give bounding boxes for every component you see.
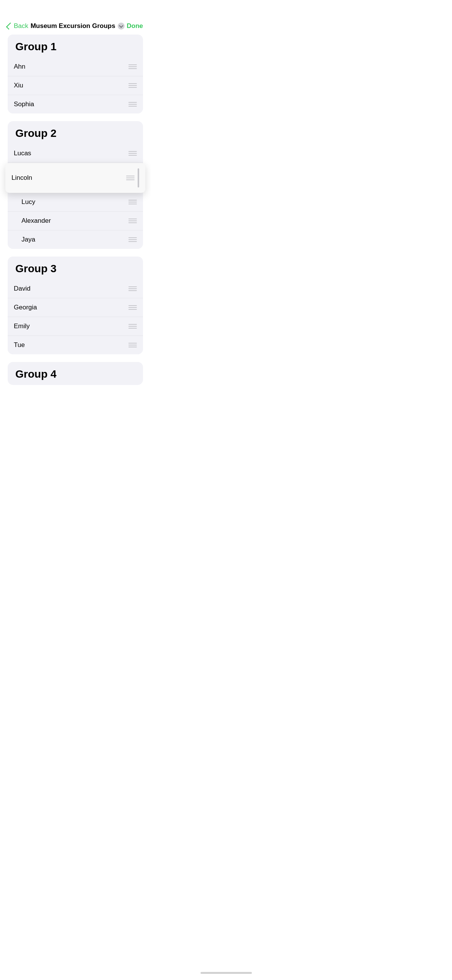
group3-title: Group 3 [15,263,56,275]
group-card-1: Group 1 Ahn Xiu Sophia [8,35,143,113]
group4-header: Group 4 [8,362,143,385]
list-item[interactable]: Emily [8,317,143,336]
list-item[interactable]: Lucy [8,193,143,212]
dragging-item-lincoln[interactable]: Lincoln [5,163,145,193]
drag-handle-icon[interactable] [128,102,137,107]
group1-member-list: Ahn Xiu Sophia [8,58,143,113]
group4-title: Group 4 [15,368,56,380]
drag-handle-icon[interactable] [128,305,137,310]
list-item[interactable]: David [8,280,143,298]
member-name: Georgia [14,304,37,311]
member-name: Xiu [14,82,23,89]
list-item[interactable]: Ahn [8,58,143,76]
list-item[interactable]: Xiu [8,76,143,95]
group-card-2: Group 2 Lucas Lincoln Lucy [8,121,143,249]
drag-handle-icon[interactable] [128,219,137,223]
list-item[interactable]: Sophia [8,95,143,113]
drag-handle-icon[interactable] [128,237,137,242]
status-bar [0,0,151,19]
member-name: Ahn [14,63,25,71]
member-name: Sophia [14,100,34,108]
group-card-3: Group 3 David Georgia Emily [8,257,143,354]
nav-bar: Back Museum Excursion Groups Done [0,19,151,35]
drag-handle-icon[interactable] [128,343,137,347]
list-item[interactable]: Georgia [8,298,143,317]
member-name: Lucas [14,150,31,157]
scrollbar-indicator [138,168,139,187]
drag-handle-icon[interactable] [128,324,137,329]
group1-header: Group 1 [8,35,143,58]
group-card-4: Group 4 [8,362,143,385]
member-name: Lincoln [12,174,32,182]
done-button[interactable]: Done [127,22,143,30]
drag-handle-icon[interactable] [128,151,137,156]
back-button[interactable]: Back [8,22,28,30]
member-name: Alexander [21,217,51,225]
drag-handle-icon[interactable] [126,176,135,180]
list-item[interactable]: Jaya [8,230,143,249]
chevron-down-icon[interactable] [118,23,125,30]
member-name: Jaya [21,236,35,243]
nav-title-container: Museum Excursion Groups [31,22,125,30]
member-name: Emily [14,322,30,330]
drag-handle-icon[interactable] [128,286,137,291]
list-item[interactable]: Alexander [8,212,143,230]
back-label: Back [14,22,28,30]
group2-title: Group 2 [15,127,56,139]
list-item[interactable]: Lucas [8,144,143,163]
back-chevron-icon [6,23,13,30]
drag-handle-icon[interactable] [128,83,137,88]
drag-handle-icon[interactable] [128,64,137,69]
content-area: Group 1 Ahn Xiu Sophia [0,35,151,400]
group2-header: Group 2 [8,121,143,144]
group3-header: Group 3 [8,257,143,280]
member-name: David [14,285,30,293]
group3-member-list: David Georgia Emily Tue [8,280,143,354]
nav-title: Museum Excursion Groups [31,22,115,30]
list-item[interactable]: Tue [8,336,143,354]
group1-title: Group 1 [15,41,56,53]
member-name: Tue [14,341,25,349]
drag-handle-icon[interactable] [128,200,137,204]
member-name: Lucy [21,198,35,206]
